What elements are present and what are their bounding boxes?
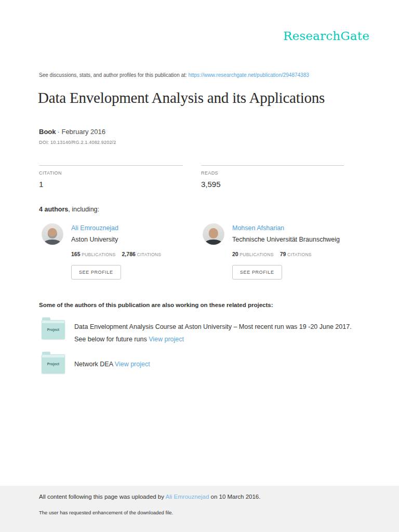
uploader-name-link[interactable]: Ali Emrouznejad: [166, 494, 209, 500]
author-info: Ali Emrouznejad Aston University 165 PUB…: [71, 223, 161, 280]
source-line-text: See discussions, stats, and author profi…: [39, 72, 188, 78]
publications-label: PUBLICATIONS: [82, 252, 115, 257]
citations-label: CITATIONS: [287, 252, 312, 257]
publication-type: Book: [39, 128, 56, 136]
folder-label: Project: [42, 362, 65, 366]
upload-notice-suffix: on 10 March 2016.: [209, 494, 260, 500]
author-affiliation: Aston University: [71, 236, 161, 243]
see-profile-button[interactable]: SEE PROFILE: [71, 265, 121, 280]
author-name-link[interactable]: Mohsen Afsharian: [232, 224, 340, 232]
publication-date: · February 2016: [58, 128, 106, 136]
project-description: Data Envelopment Analysis Course at Asto…: [74, 323, 352, 343]
project-item: Data Envelopment Analysis Course at Asto…: [74, 321, 363, 345]
author-stats: 20 PUBLICATIONS79 CITATIONS: [232, 251, 340, 257]
authors-heading: 4 authors, including:: [39, 206, 99, 213]
citations-label: CITATIONS: [137, 252, 161, 257]
publication-source-line: See discussions, stats, and author profi…: [39, 72, 309, 78]
project-description: Network DEA: [74, 361, 115, 368]
upload-notice-prefix: All content following this page was uplo…: [39, 494, 166, 500]
author-card: Mohsen Afsharian Technische Universität …: [203, 223, 364, 280]
citations-count: 79: [280, 251, 286, 257]
publication-url-link[interactable]: https://www.researchgate.net/publication…: [188, 72, 309, 78]
publication-title: Data Envelopment Analysis and its Applic…: [38, 89, 370, 107]
author-affiliation: Technische Universität Braunschweig: [232, 236, 340, 243]
authors-row: Ali Emrouznejad Aston University 165 PUB…: [42, 223, 364, 280]
stats-row: CITATION 1 READS 3,595: [39, 165, 344, 189]
publications-count: 165: [71, 251, 81, 257]
reads-label: READS: [201, 170, 344, 176]
publications-count: 20: [232, 251, 238, 257]
reads-value: 3,595: [201, 180, 344, 189]
see-profile-button[interactable]: SEE PROFILE: [232, 265, 282, 280]
reads-stat: READS 3,595: [201, 165, 344, 189]
author-info: Mohsen Afsharian Technische Universität …: [232, 223, 340, 280]
project-folder-icon: Project: [42, 320, 65, 339]
publication-meta: Book· February 2016: [39, 128, 105, 136]
author-card: Ali Emrouznejad Aston University 165 PUB…: [42, 223, 203, 280]
related-projects-heading: Some of the authors of this publication …: [39, 302, 273, 308]
project-folder-icon: Project: [42, 354, 65, 374]
upload-notice-line: All content following this page was uplo…: [39, 494, 260, 500]
author-avatar[interactable]: [203, 223, 224, 245]
doi-line: DOI: 10.13140/RG.2.1.4082.9202/2: [39, 140, 116, 145]
authors-heading-rest: , including:: [68, 206, 99, 213]
author-name-link[interactable]: Ali Emrouznejad: [71, 224, 161, 232]
pdf-cover-page: ResearchGate See discussions, stats, and…: [0, 0, 399, 532]
publications-label: PUBLICATIONS: [240, 252, 273, 257]
author-avatar[interactable]: [42, 223, 63, 245]
folder-label: Project: [42, 328, 65, 331]
researchgate-logo: ResearchGate: [283, 29, 369, 43]
citation-stat: CITATION 1: [39, 165, 183, 189]
author-stats: 165 PUBLICATIONS2,786 CITATIONS: [71, 251, 161, 257]
citation-value: 1: [39, 180, 183, 189]
upload-notice-footer: All content following this page was uplo…: [0, 486, 399, 532]
citation-label: CITATION: [39, 170, 183, 176]
project-item: Network DEA View project: [74, 358, 363, 370]
enhancement-notice: The user has requested enhancement of th…: [39, 510, 173, 515]
view-project-link[interactable]: View project: [149, 336, 184, 343]
view-project-link[interactable]: View project: [115, 361, 150, 368]
authors-count: 4 authors: [39, 206, 68, 213]
citations-count: 2,786: [122, 251, 136, 257]
